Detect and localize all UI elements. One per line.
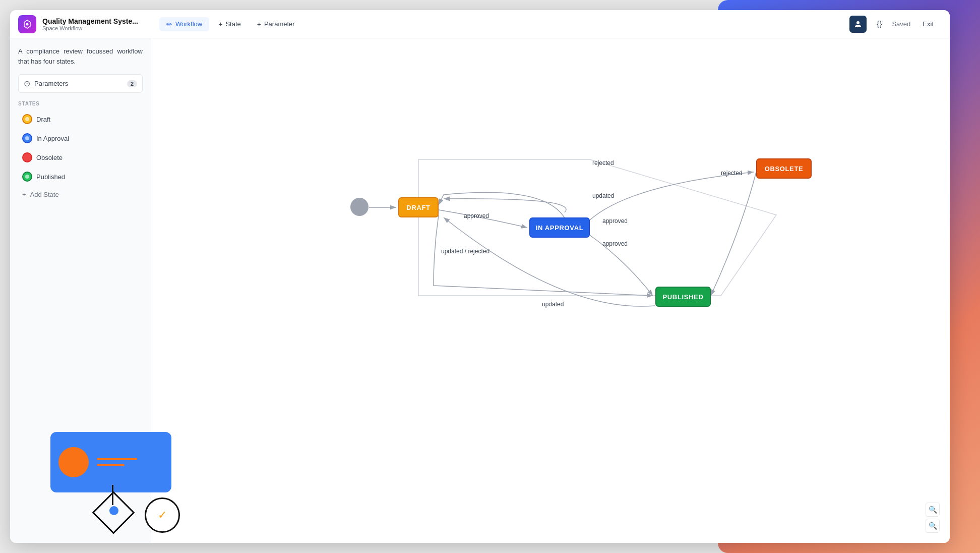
node-published[interactable]: PUBLISHED bbox=[655, 287, 711, 307]
in-approval-label: In Approval bbox=[36, 135, 69, 142]
edge-label-approved-1: approved bbox=[464, 212, 489, 219]
diagram-canvas[interactable]: DRAFT IN APPROVAL OBSOLETE PUBLISHED app… bbox=[151, 38, 950, 543]
params-badge: 2 bbox=[127, 80, 137, 87]
zoom-controls: 🔍 🔍 bbox=[926, 503, 940, 533]
orange-circle-deco bbox=[58, 447, 89, 477]
states-section: STATES Draft In Approval Obsolete bbox=[18, 101, 143, 202]
toolbar-left: Quality Management Syste... Space Workfl… bbox=[18, 15, 159, 33]
edge-label-rejected-2: rejected bbox=[721, 170, 743, 177]
edge-label-approved-2: approved bbox=[602, 217, 628, 225]
node-draft[interactable]: DRAFT bbox=[398, 197, 439, 217]
state-item-published[interactable]: Published bbox=[18, 168, 143, 185]
node-in-approval[interactable]: IN APPROVAL bbox=[529, 217, 590, 238]
app-subtitle: Space Workflow bbox=[42, 25, 138, 31]
state-button[interactable]: + State bbox=[211, 17, 248, 31]
saved-text: Saved bbox=[892, 20, 910, 28]
pencil-icon: ✏ bbox=[166, 20, 172, 28]
state-item-in-approval[interactable]: In Approval bbox=[18, 130, 143, 147]
exit-button[interactable]: Exit bbox=[914, 17, 942, 31]
line-deco-1 bbox=[97, 458, 137, 460]
blue-dot bbox=[109, 506, 118, 515]
edge-label-rejected-1: rejected bbox=[592, 159, 614, 167]
state-item-obsolete[interactable]: Obsolete bbox=[18, 149, 143, 166]
edge-label-updated-rejected: updated / rejected bbox=[441, 248, 489, 255]
states-heading: STATES bbox=[18, 101, 143, 106]
sidebar-description: A compliance review focussed workflow th… bbox=[18, 46, 143, 66]
svg-marker-3 bbox=[418, 159, 776, 296]
lines-deco bbox=[97, 458, 137, 466]
app-title-block: Quality Management Syste... Space Workfl… bbox=[42, 17, 138, 31]
edge-label-updated-2: updated bbox=[542, 301, 564, 308]
edge-label-approved-3: approved bbox=[602, 240, 628, 247]
start-circle bbox=[350, 198, 369, 216]
toolbar-right: {} Saved Exit bbox=[849, 16, 942, 33]
user-icon-button[interactable] bbox=[849, 16, 867, 33]
line-deco-2 bbox=[97, 464, 125, 466]
bottom-decoration: ✓ bbox=[10, 417, 212, 543]
state-item-draft[interactable]: Draft bbox=[18, 110, 143, 128]
edge-label-updated-1: updated bbox=[592, 192, 614, 199]
zoom-in-icon: 🔍 bbox=[929, 506, 937, 514]
node-obsolete[interactable]: OBSOLETE bbox=[756, 158, 812, 179]
params-section: ⊙ Parameters 2 bbox=[18, 74, 143, 93]
zoom-out-button[interactable]: 🔍 bbox=[926, 519, 940, 533]
add-state-button[interactable]: + Add State bbox=[18, 187, 143, 202]
params-icon: ⊙ bbox=[24, 79, 30, 88]
plus-icon-add-state: + bbox=[22, 191, 26, 198]
circle-check: ✓ bbox=[145, 497, 180, 533]
diagram-svg bbox=[151, 38, 950, 543]
plus-icon-state: + bbox=[218, 20, 222, 28]
toolbar: Quality Management Syste... Space Workfl… bbox=[10, 10, 950, 38]
svg-point-0 bbox=[26, 23, 29, 25]
draft-label: Draft bbox=[36, 116, 50, 123]
draft-state-icon bbox=[22, 114, 32, 124]
code-icon-button[interactable]: {} bbox=[871, 16, 888, 33]
params-label: Parameters bbox=[34, 80, 123, 87]
blue-card bbox=[50, 432, 171, 492]
app-window: Quality Management Syste... Space Workfl… bbox=[10, 10, 950, 543]
params-row[interactable]: ⊙ Parameters 2 bbox=[18, 74, 143, 93]
published-label: Published bbox=[36, 173, 65, 181]
parameter-button[interactable]: + Parameter bbox=[250, 17, 302, 31]
zoom-in-button[interactable]: 🔍 bbox=[926, 503, 940, 517]
plus-icon-param: + bbox=[257, 20, 261, 28]
app-title: Quality Management Syste... bbox=[42, 17, 138, 25]
code-icon: {} bbox=[877, 20, 882, 29]
workflow-button[interactable]: ✏ Workflow bbox=[159, 17, 209, 31]
toolbar-center: ✏ Workflow + State + Parameter bbox=[159, 17, 849, 31]
app-icon bbox=[18, 15, 36, 33]
zoom-out-icon: 🔍 bbox=[929, 522, 937, 530]
published-state-icon bbox=[22, 172, 32, 182]
obsolete-state-icon bbox=[22, 152, 32, 162]
in-approval-state-icon bbox=[22, 133, 32, 143]
obsolete-label: Obsolete bbox=[36, 154, 63, 161]
